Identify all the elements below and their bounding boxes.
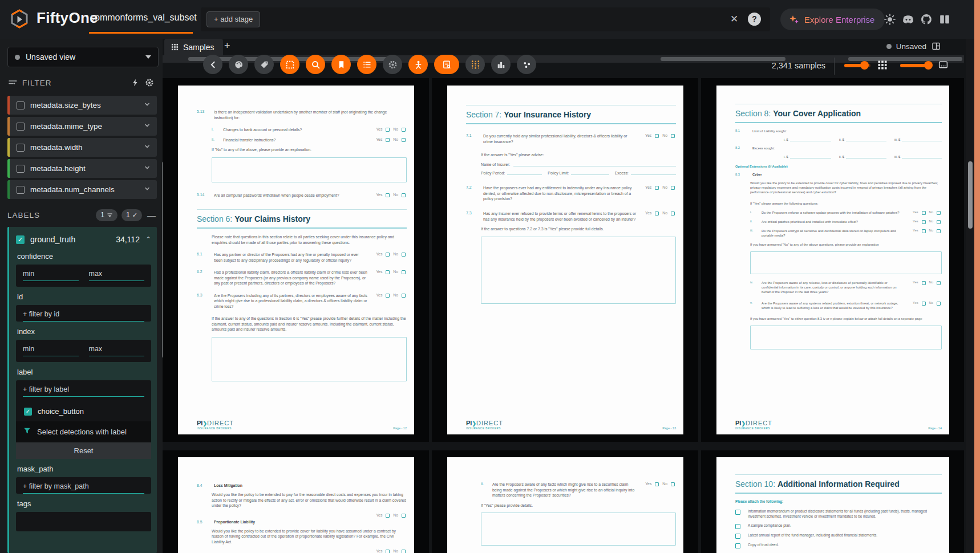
- add-stage-button[interactable]: + add stage: [206, 11, 260, 27]
- chevron-down-icon[interactable]: [143, 164, 151, 174]
- ground-truth-header[interactable]: ✓ ground_truth 34,112 ⌃: [16, 233, 151, 246]
- zoom-slider[interactable]: [900, 64, 932, 67]
- sample-tile[interactable]: 5.13Is there an independent validation u…: [163, 78, 429, 442]
- grid-scrollbar-track[interactable]: [966, 39, 974, 553]
- display-options-icon[interactable]: [938, 59, 949, 70]
- checkbox-unchecked-icon[interactable]: [17, 165, 25, 173]
- money-label: ii. $: [839, 155, 844, 158]
- checkbox-unchecked-icon[interactable]: [17, 101, 25, 109]
- settings-button[interactable]: [383, 55, 402, 74]
- form-section-heading: Section 8: Your Cover Application: [735, 104, 942, 123]
- question-number: 5.13: [197, 109, 212, 120]
- reset-button[interactable]: Reset: [16, 442, 151, 459]
- field-list-button[interactable]: [357, 55, 376, 74]
- chevron-left-icon: [208, 59, 218, 70]
- max-input[interactable]: max: [89, 270, 145, 281]
- histogram-button[interactable]: [491, 55, 511, 74]
- grid-view-icon[interactable]: [877, 60, 888, 70]
- slider-thumb[interactable]: [924, 61, 933, 70]
- checkbox-checked-icon[interactable]: ✓: [16, 235, 25, 244]
- checkbox-checked-icon[interactable]: ✓: [24, 408, 32, 416]
- sample-tile[interactable]: Section 10: Additional Information Requi…: [701, 450, 964, 553]
- chevron-down-icon[interactable]: [143, 100, 151, 111]
- split-panel-icon[interactable]: [931, 41, 941, 51]
- grid-scrollbar-thumb[interactable]: [968, 161, 973, 229]
- patches-button[interactable]: [465, 55, 485, 74]
- back-button[interactable]: [203, 55, 222, 74]
- tag-samples-button[interactable]: [254, 55, 274, 74]
- brand-direct: DIRECT: [476, 420, 503, 426]
- theme-toggle-icon[interactable]: [883, 13, 897, 26]
- select-samples-button[interactable]: [280, 55, 299, 74]
- sample-tile[interactable]: Section 7: Your Insurance History7.1Do y…: [432, 78, 698, 442]
- tab-bar: Samples + Unsaved: [163, 39, 964, 55]
- close-icon[interactable]: ✕: [728, 13, 740, 26]
- form-question-title: 8.4Loss Mitigation: [197, 483, 407, 487]
- range-filter-box: minmax: [16, 340, 151, 362]
- label-option: choice_button: [38, 407, 84, 416]
- field-color-bar: [7, 138, 10, 157]
- filter-input[interactable]: + filter by id: [23, 310, 144, 322]
- bookmark-button[interactable]: [331, 55, 351, 74]
- form-question: 7.3Has any insurer ever refused to provi…: [466, 211, 676, 222]
- page-number: Page - 14: [928, 426, 942, 430]
- doc-search-button[interactable]: [434, 55, 459, 74]
- checklist-text: Latest annual report of the fund manager…: [748, 533, 942, 539]
- new-tab-button[interactable]: +: [224, 40, 230, 52]
- checkbox-icon: [735, 524, 740, 529]
- min-input[interactable]: min: [23, 270, 79, 281]
- document-page: Section 8: Your Cover Application8.1Limi…: [716, 86, 949, 434]
- section-title: Your Claims History: [234, 214, 310, 223]
- collapse-icon[interactable]: —: [146, 210, 157, 220]
- max-input[interactable]: max: [89, 345, 145, 356]
- chevron-up-icon[interactable]: ⌃: [145, 235, 151, 243]
- dataset-name[interactable]: commonforms_val_subset: [90, 13, 197, 23]
- tile-size-slider[interactable]: [844, 64, 870, 67]
- explore-enterprise-button[interactable]: Explore Enterprise: [780, 9, 885, 30]
- filter-input[interactable]: + filter by mask_path: [23, 482, 144, 494]
- sample-tile[interactable]: Section 8: Your Cover Application8.1Limi…: [701, 78, 964, 442]
- sidebar-field-metadata.width[interactable]: metadata.width: [7, 138, 157, 157]
- checkbox-unchecked-icon[interactable]: [17, 186, 25, 194]
- sidebar-field-metadata.num_channels[interactable]: metadata.num_channels: [7, 180, 157, 199]
- sidebar-field-metadata.size_bytes[interactable]: metadata.size_bytes: [7, 96, 157, 115]
- save-state-label: Unsaved: [896, 42, 926, 51]
- docs-book-icon[interactable]: [938, 13, 951, 26]
- group-samples-button[interactable]: [408, 55, 428, 74]
- color-scheme-button[interactable]: [229, 55, 248, 74]
- sidebar-scrollbar[interactable]: [162, 161, 163, 358]
- brand-tagline: INSURANCE BROKERS: [466, 427, 503, 430]
- checkbox-unchecked-icon[interactable]: [17, 144, 25, 152]
- spacer: [466, 180, 676, 185]
- sample-tile[interactable]: 8.4Loss MitigationWould you like the pol…: [163, 450, 429, 553]
- search-button[interactable]: [306, 55, 325, 74]
- filter-input[interactable]: + filter by label: [23, 385, 144, 397]
- help-icon[interactable]: ?: [748, 13, 761, 26]
- select-detections-action[interactable]: Select detections with label: [16, 421, 151, 442]
- discord-icon[interactable]: [901, 13, 915, 26]
- view-stage-bar[interactable]: + add stage ✕ ?: [201, 7, 770, 31]
- slider-thumb[interactable]: [860, 61, 869, 70]
- tab-samples[interactable]: Samples: [164, 39, 223, 55]
- label-filter-count-badge[interactable]: 1: [96, 209, 118, 221]
- checkbox-unchecked-icon[interactable]: [17, 123, 25, 131]
- document-page: 5.13Is there an independent validation u…: [178, 86, 414, 434]
- brand-arrow-icon: ❯: [472, 421, 476, 426]
- form-field: Policy Period:: [481, 171, 542, 175]
- label-option-row[interactable]: ✓choice_button: [23, 402, 144, 421]
- chevron-down-icon[interactable]: [143, 143, 151, 153]
- lightning-icon[interactable]: [131, 78, 140, 87]
- chevron-down-icon[interactable]: [143, 121, 151, 132]
- rule: [466, 105, 676, 105]
- spacer: [197, 187, 407, 193]
- github-icon[interactable]: [920, 13, 933, 26]
- view-selector[interactable]: Unsaved view: [7, 47, 159, 67]
- chevron-down-icon[interactable]: [143, 185, 151, 195]
- sample-tile[interactable]: ii.Are the Proposers aware of any facts …: [432, 450, 698, 553]
- label-selected-count-badge[interactable]: 1 ✓: [122, 209, 142, 221]
- embeddings-button[interactable]: [517, 55, 536, 74]
- sidebar-field-metadata.mime_type[interactable]: metadata.mime_type: [7, 117, 157, 136]
- sidebar-field-metadata.height[interactable]: metadata.height: [7, 159, 157, 178]
- gear-icon[interactable]: [144, 78, 155, 88]
- min-input[interactable]: min: [23, 345, 79, 356]
